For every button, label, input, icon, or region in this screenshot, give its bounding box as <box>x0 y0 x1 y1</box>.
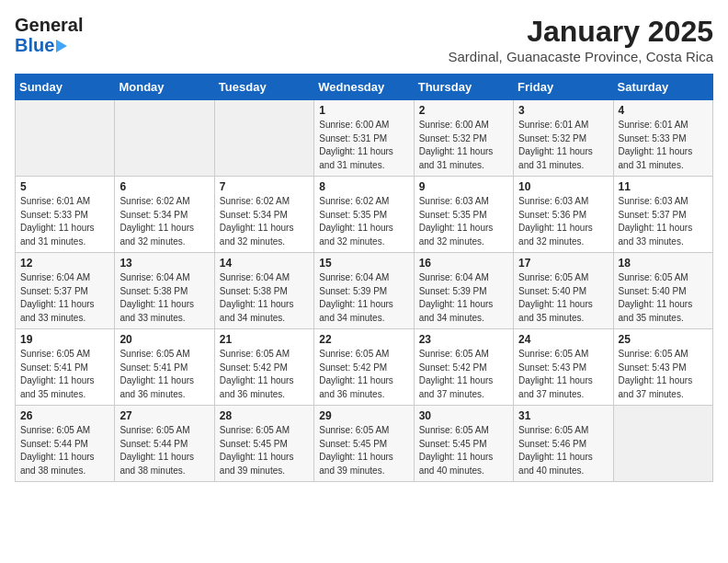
day-number: 4 <box>619 104 708 117</box>
calendar-table: SundayMondayTuesdayWednesdayThursdayFrid… <box>15 74 713 482</box>
calendar-cell: 16Sunrise: 6:04 AM Sunset: 5:39 PM Dayli… <box>414 253 513 329</box>
calendar-week-5: 26Sunrise: 6:05 AM Sunset: 5:44 PM Dayli… <box>16 406 713 482</box>
day-number: 14 <box>220 257 309 270</box>
day-info: Sunrise: 6:02 AM Sunset: 5:34 PM Dayligh… <box>220 195 309 248</box>
logo-general-text: General <box>15 15 83 35</box>
calendar-cell: 19Sunrise: 6:05 AM Sunset: 5:41 PM Dayli… <box>16 329 115 406</box>
day-number: 6 <box>119 180 209 193</box>
calendar-cell: 4Sunrise: 6:01 AM Sunset: 5:33 PM Daylig… <box>613 100 712 177</box>
day-number: 26 <box>20 409 109 422</box>
day-info: Sunrise: 6:05 AM Sunset: 5:45 PM Dayligh… <box>220 424 309 477</box>
day-info: Sunrise: 6:05 AM Sunset: 5:42 PM Dayligh… <box>220 348 309 401</box>
calendar-cell: 29Sunrise: 6:05 AM Sunset: 5:45 PM Dayli… <box>314 406 414 482</box>
day-info: Sunrise: 6:04 AM Sunset: 5:38 PM Dayligh… <box>119 271 209 325</box>
day-info: Sunrise: 6:03 AM Sunset: 5:37 PM Dayligh… <box>619 195 708 248</box>
day-info: Sunrise: 6:04 AM Sunset: 5:39 PM Dayligh… <box>319 271 408 325</box>
day-number: 28 <box>220 409 309 422</box>
calendar-cell: 10Sunrise: 6:03 AM Sunset: 5:36 PM Dayli… <box>514 177 613 253</box>
day-number: 12 <box>20 257 109 270</box>
day-info: Sunrise: 6:02 AM Sunset: 5:35 PM Dayligh… <box>319 195 408 248</box>
day-info: Sunrise: 6:01 AM Sunset: 5:33 PM Dayligh… <box>619 119 708 172</box>
day-number: 5 <box>20 180 109 193</box>
calendar-cell: 17Sunrise: 6:05 AM Sunset: 5:40 PM Dayli… <box>514 253 613 329</box>
day-number: 8 <box>319 180 408 193</box>
logo-arrow-icon <box>56 40 67 52</box>
weekday-header-monday: Monday <box>115 75 214 100</box>
day-number: 27 <box>119 409 209 422</box>
day-number: 22 <box>319 333 408 346</box>
day-info: Sunrise: 6:03 AM Sunset: 5:35 PM Dayligh… <box>419 195 508 248</box>
calendar-cell: 21Sunrise: 6:05 AM Sunset: 5:42 PM Dayli… <box>214 329 313 406</box>
weekday-header-sunday: Sunday <box>16 75 115 100</box>
day-number: 30 <box>419 409 508 422</box>
day-info: Sunrise: 6:05 AM Sunset: 5:44 PM Dayligh… <box>20 424 109 477</box>
calendar-week-2: 5Sunrise: 6:01 AM Sunset: 5:33 PM Daylig… <box>16 177 713 253</box>
day-info: Sunrise: 6:01 AM Sunset: 5:33 PM Dayligh… <box>20 195 109 248</box>
logo: General Blue <box>15 15 83 55</box>
calendar-cell <box>16 100 115 177</box>
calendar-week-4: 19Sunrise: 6:05 AM Sunset: 5:41 PM Dayli… <box>16 329 713 406</box>
calendar-cell <box>214 100 313 177</box>
calendar-body: 1Sunrise: 6:00 AM Sunset: 5:31 PM Daylig… <box>16 100 713 482</box>
day-number: 24 <box>518 333 608 346</box>
calendar-cell: 18Sunrise: 6:05 AM Sunset: 5:40 PM Dayli… <box>613 253 712 329</box>
day-number: 19 <box>20 333 109 346</box>
calendar-cell: 12Sunrise: 6:04 AM Sunset: 5:37 PM Dayli… <box>16 253 115 329</box>
calendar-cell: 3Sunrise: 6:01 AM Sunset: 5:32 PM Daylig… <box>514 100 613 177</box>
calendar-cell: 15Sunrise: 6:04 AM Sunset: 5:39 PM Dayli… <box>314 253 414 329</box>
day-number: 7 <box>220 180 309 193</box>
day-number: 31 <box>518 409 608 422</box>
weekday-row: SundayMondayTuesdayWednesdayThursdayFrid… <box>16 75 713 100</box>
month-title: January 2025 <box>449 15 713 49</box>
day-info: Sunrise: 6:05 AM Sunset: 5:42 PM Dayligh… <box>419 348 508 401</box>
calendar-cell: 13Sunrise: 6:04 AM Sunset: 5:38 PM Dayli… <box>115 253 214 329</box>
day-number: 20 <box>119 333 209 346</box>
day-info: Sunrise: 6:03 AM Sunset: 5:36 PM Dayligh… <box>518 195 608 248</box>
day-number: 2 <box>419 104 508 117</box>
title-block: January 2025 Sardinal, Guanacaste Provin… <box>449 15 713 64</box>
calendar-cell: 26Sunrise: 6:05 AM Sunset: 5:44 PM Dayli… <box>16 406 115 482</box>
day-info: Sunrise: 6:05 AM Sunset: 5:40 PM Dayligh… <box>619 271 708 325</box>
weekday-header-thursday: Thursday <box>414 75 513 100</box>
day-info: Sunrise: 6:05 AM Sunset: 5:40 PM Dayligh… <box>518 271 608 325</box>
day-number: 29 <box>319 409 408 422</box>
day-info: Sunrise: 6:04 AM Sunset: 5:38 PM Dayligh… <box>220 271 309 325</box>
day-number: 17 <box>518 257 608 270</box>
day-number: 9 <box>419 180 508 193</box>
day-info: Sunrise: 6:02 AM Sunset: 5:34 PM Dayligh… <box>119 195 209 248</box>
calendar-cell: 2Sunrise: 6:00 AM Sunset: 5:32 PM Daylig… <box>414 100 513 177</box>
calendar-cell: 20Sunrise: 6:05 AM Sunset: 5:41 PM Dayli… <box>115 329 214 406</box>
calendar-cell: 31Sunrise: 6:05 AM Sunset: 5:46 PM Dayli… <box>514 406 613 482</box>
calendar-cell: 7Sunrise: 6:02 AM Sunset: 5:34 PM Daylig… <box>214 177 313 253</box>
day-number: 3 <box>518 104 608 117</box>
calendar-cell: 23Sunrise: 6:05 AM Sunset: 5:42 PM Dayli… <box>414 329 513 406</box>
day-number: 23 <box>419 333 508 346</box>
weekday-header-wednesday: Wednesday <box>314 75 414 100</box>
calendar-cell: 30Sunrise: 6:05 AM Sunset: 5:45 PM Dayli… <box>414 406 513 482</box>
day-info: Sunrise: 6:05 AM Sunset: 5:45 PM Dayligh… <box>319 424 408 477</box>
day-number: 1 <box>319 104 408 117</box>
day-number: 16 <box>419 257 508 270</box>
day-number: 21 <box>220 333 309 346</box>
day-info: Sunrise: 6:05 AM Sunset: 5:44 PM Dayligh… <box>119 424 209 477</box>
day-number: 10 <box>518 180 608 193</box>
logo-blue-text: Blue <box>15 35 83 55</box>
calendar-week-3: 12Sunrise: 6:04 AM Sunset: 5:37 PM Dayli… <box>16 253 713 329</box>
calendar-cell: 9Sunrise: 6:03 AM Sunset: 5:35 PM Daylig… <box>414 177 513 253</box>
calendar-week-1: 1Sunrise: 6:00 AM Sunset: 5:31 PM Daylig… <box>16 100 713 177</box>
calendar-header: SundayMondayTuesdayWednesdayThursdayFrid… <box>16 75 713 100</box>
day-info: Sunrise: 6:04 AM Sunset: 5:39 PM Dayligh… <box>419 271 508 325</box>
calendar-cell: 6Sunrise: 6:02 AM Sunset: 5:34 PM Daylig… <box>115 177 214 253</box>
day-info: Sunrise: 6:00 AM Sunset: 5:31 PM Dayligh… <box>319 119 408 172</box>
day-info: Sunrise: 6:05 AM Sunset: 5:46 PM Dayligh… <box>518 424 608 477</box>
weekday-header-friday: Friday <box>514 75 613 100</box>
day-info: Sunrise: 6:05 AM Sunset: 5:43 PM Dayligh… <box>619 348 708 401</box>
day-info: Sunrise: 6:05 AM Sunset: 5:42 PM Dayligh… <box>319 348 408 401</box>
day-number: 15 <box>319 257 408 270</box>
calendar-cell: 8Sunrise: 6:02 AM Sunset: 5:35 PM Daylig… <box>314 177 414 253</box>
weekday-header-saturday: Saturday <box>613 75 712 100</box>
calendar-cell: 14Sunrise: 6:04 AM Sunset: 5:38 PM Dayli… <box>214 253 313 329</box>
calendar-cell: 27Sunrise: 6:05 AM Sunset: 5:44 PM Dayli… <box>115 406 214 482</box>
calendar-cell: 24Sunrise: 6:05 AM Sunset: 5:43 PM Dayli… <box>514 329 613 406</box>
calendar-cell: 22Sunrise: 6:05 AM Sunset: 5:42 PM Dayli… <box>314 329 414 406</box>
